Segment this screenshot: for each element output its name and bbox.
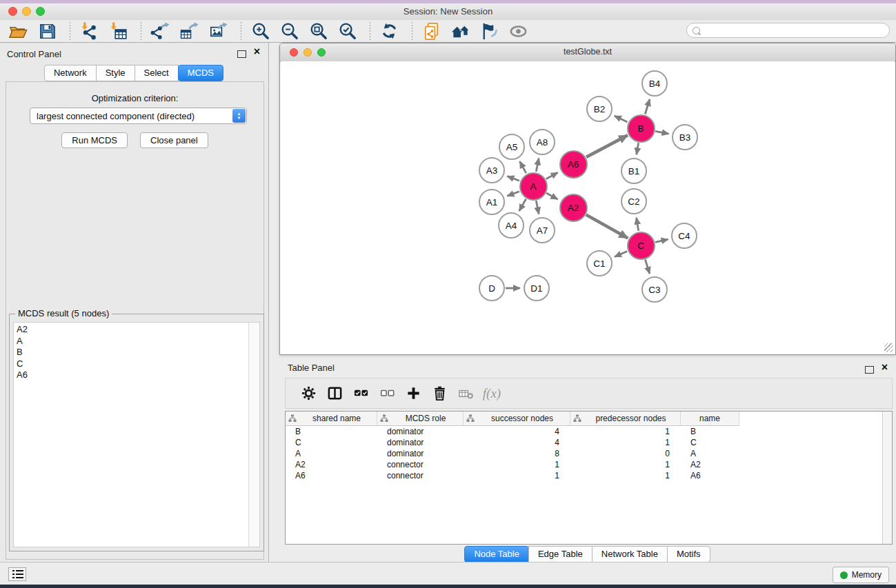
tab-edge-table[interactable]: Edge Table xyxy=(528,546,593,562)
zoom-out-icon[interactable] xyxy=(277,21,301,41)
table-cell[interactable]: dominator xyxy=(377,437,464,448)
export-table-icon[interactable] xyxy=(177,21,201,41)
network-document-icon[interactable] xyxy=(419,21,444,41)
graph-node-a4[interactable]: A4 xyxy=(498,212,524,239)
table-row[interactable]: A2connector11A2 xyxy=(286,459,892,470)
graph-edge[interactable] xyxy=(507,192,519,196)
tab-motifs[interactable]: Motifs xyxy=(667,546,710,562)
graph-node-b2[interactable]: B2 xyxy=(586,96,613,122)
table-cell[interactable]: C xyxy=(286,437,377,448)
graph-node-a1[interactable]: A1 xyxy=(479,189,505,215)
delete-column-icon[interactable] xyxy=(429,385,450,403)
table-cell[interactable]: B xyxy=(286,426,377,437)
mcds-result-item[interactable]: B xyxy=(17,347,249,358)
graph-edge[interactable] xyxy=(645,99,650,114)
network-canvas[interactable]: B4B2BB3A5A8A6A3B1AA1C2A2A4A7CC4C1DD1C3 xyxy=(281,61,895,354)
float-table-panel-icon[interactable] xyxy=(865,366,874,374)
graph-edge[interactable] xyxy=(520,161,526,173)
table-row[interactable]: Adominator80A xyxy=(286,448,892,459)
column-header-name[interactable]: name xyxy=(681,412,739,426)
column-header-shared-name[interactable]: shared name xyxy=(286,412,377,426)
table-cell[interactable]: dominator xyxy=(377,448,464,459)
graph-edge[interactable] xyxy=(655,131,668,134)
resize-grip[interactable] xyxy=(884,343,893,352)
split-columns-icon[interactable] xyxy=(324,385,345,403)
export-network-icon[interactable] xyxy=(148,21,172,41)
mcds-result-item[interactable]: A xyxy=(17,336,249,347)
table-cell[interactable]: A xyxy=(681,448,739,459)
graph-node-a2[interactable]: A2 xyxy=(559,194,588,222)
mcds-result-item[interactable]: A2 xyxy=(17,324,249,336)
table-cell[interactable]: 1 xyxy=(570,437,681,448)
column-header-successor-nodes[interactable]: successor nodes xyxy=(464,412,570,426)
table-cell[interactable]: A2 xyxy=(286,459,377,470)
import-table-icon[interactable] xyxy=(106,21,130,41)
graph-node-d1[interactable]: D1 xyxy=(524,275,550,301)
table-cell[interactable]: dominator xyxy=(377,426,464,437)
graph-node-c4[interactable]: C4 xyxy=(671,223,697,249)
close-panel-icon[interactable]: × xyxy=(254,45,260,59)
run-mcds-button[interactable]: Run MCDS xyxy=(61,132,128,148)
criterion-dropdown[interactable]: largest connected component (directed) ▲… xyxy=(30,108,247,124)
table-cell[interactable]: A2 xyxy=(681,459,739,470)
table-cell[interactable]: connector xyxy=(377,459,464,470)
graph-edge[interactable] xyxy=(615,116,628,122)
table-settings-icon[interactable] xyxy=(298,385,319,403)
home-icon[interactable] xyxy=(448,21,472,41)
save-session-icon[interactable] xyxy=(34,21,59,41)
table-cell[interactable]: 4 xyxy=(464,437,570,448)
zoom-selected-icon[interactable] xyxy=(335,21,359,41)
table-row[interactable]: Bdominator41B xyxy=(286,426,892,437)
graph-node-b1[interactable]: B1 xyxy=(621,158,647,184)
close-panel-button[interactable]: Close panel xyxy=(140,132,208,148)
graph-node-a5[interactable]: A5 xyxy=(499,134,525,160)
graph-node-a3[interactable]: A3 xyxy=(479,157,505,183)
table-cell[interactable]: B xyxy=(681,426,739,437)
table-cell[interactable]: 0 xyxy=(570,448,681,459)
graph-node-b[interactable]: B xyxy=(627,114,655,143)
table-cell[interactable]: 4 xyxy=(464,426,570,437)
table-cell[interactable]: 1 xyxy=(570,426,681,437)
tab-style[interactable]: Style xyxy=(96,65,135,81)
graph-node-c1[interactable]: C1 xyxy=(586,250,613,276)
graph-node-a8[interactable]: A8 xyxy=(529,129,555,155)
mcds-result-item[interactable]: C xyxy=(17,358,249,370)
search-box[interactable] xyxy=(686,23,890,38)
graph-node-c3[interactable]: C3 xyxy=(641,276,668,303)
table-cell[interactable]: 8 xyxy=(464,448,570,459)
graph-edge[interactable] xyxy=(637,143,639,154)
zoom-in-icon[interactable] xyxy=(248,21,272,41)
table-cell[interactable]: C xyxy=(681,437,739,448)
tab-network[interactable]: Network xyxy=(44,65,97,81)
select-all-columns-icon[interactable] xyxy=(350,385,371,403)
graph-edge[interactable] xyxy=(615,252,627,257)
close-table-panel-icon[interactable]: × xyxy=(882,361,888,374)
table-cell[interactable]: 1 xyxy=(464,470,570,481)
graph-edge[interactable] xyxy=(546,172,558,179)
graph-node-d[interactable]: D xyxy=(479,275,505,301)
tab-network-table[interactable]: Network Table xyxy=(592,546,668,562)
memory-button[interactable]: Memory xyxy=(833,567,889,583)
open-file-icon[interactable] xyxy=(6,21,30,41)
table-cell[interactable]: 1 xyxy=(570,459,681,470)
graph-edge[interactable] xyxy=(586,215,628,239)
table-cell[interactable]: 1 xyxy=(570,470,681,481)
toggle-details-icon[interactable] xyxy=(477,21,501,41)
table-cell[interactable]: A xyxy=(286,448,377,459)
zoom-fit-icon[interactable] xyxy=(306,21,330,41)
tab-select[interactable]: Select xyxy=(135,65,179,81)
graph-edge[interactable] xyxy=(655,239,668,242)
export-image-icon[interactable] xyxy=(206,21,230,41)
graph-node-a6[interactable]: A6 xyxy=(559,150,588,179)
graph-edge[interactable] xyxy=(586,135,628,157)
column-header-predecessor-nodes[interactable]: predecessor nodes xyxy=(570,412,681,426)
graph-edge[interactable] xyxy=(546,193,558,199)
table-cell[interactable]: A6 xyxy=(681,470,739,481)
table-row[interactable]: Cdominator41C xyxy=(286,437,892,448)
column-header-mcds-role[interactable]: MCDS role xyxy=(377,412,464,426)
graph-edge[interactable] xyxy=(536,201,539,214)
float-panel-icon[interactable] xyxy=(237,50,246,58)
graph-node-b4[interactable]: B4 xyxy=(641,70,668,97)
refresh-icon[interactable] xyxy=(377,21,401,41)
graph-node-a[interactable]: A xyxy=(519,172,548,201)
